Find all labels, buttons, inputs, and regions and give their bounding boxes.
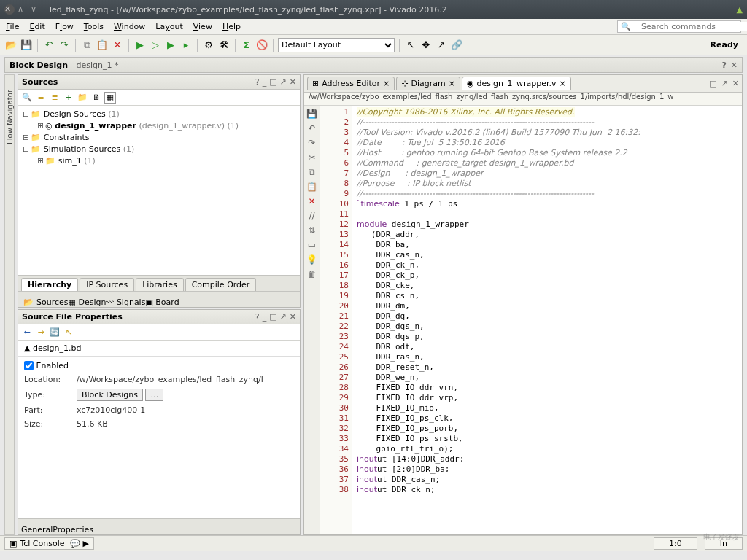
search-icon[interactable]: 🔍 xyxy=(21,92,33,104)
sources-panel-header: Sources ? _ □ ↗ ✕ xyxy=(18,75,300,90)
restore-icon[interactable]: ↗ xyxy=(721,79,728,88)
folder-icon[interactable]: 📁 xyxy=(77,92,88,104)
menu-window[interactable]: Window xyxy=(114,22,145,31)
close-icon[interactable]: ✕ xyxy=(290,77,296,87)
delete-icon[interactable]: ✕ xyxy=(111,39,124,52)
type-button[interactable]: Block Designs xyxy=(77,389,143,401)
menu-flow[interactable]: Flow xyxy=(55,22,74,31)
menu-help[interactable]: Help xyxy=(222,22,241,31)
paste-icon[interactable]: 📋 xyxy=(96,39,109,52)
tab-ip-sources[interactable]: IP Sources xyxy=(80,278,134,291)
redo-icon[interactable]: ↷ xyxy=(308,138,315,148)
sigma-icon[interactable]: Σ xyxy=(240,39,253,52)
enabled-checkbox[interactable] xyxy=(24,361,34,370)
help-icon[interactable]: ? xyxy=(255,77,260,87)
delete-icon[interactable]: ✕ xyxy=(308,196,315,206)
redo-icon[interactable]: ↷ xyxy=(58,39,71,52)
copy-icon[interactable]: ⧉ xyxy=(309,167,315,177)
line-numbers: 1234567891011121314151617181920212223242… xyxy=(320,106,352,534)
no-icon[interactable]: 🚫 xyxy=(255,39,268,52)
tab-hierarchy[interactable]: Hierarchy xyxy=(21,278,78,291)
tab-properties[interactable]: Properties xyxy=(53,525,93,534)
cut-icon[interactable]: ✂ xyxy=(308,152,315,163)
undo-icon[interactable]: ↶ xyxy=(308,123,315,133)
restore-icon[interactable]: ↗ xyxy=(280,312,287,322)
refresh-icon[interactable]: 🔄 xyxy=(49,327,61,338)
tools-icon[interactable]: 🛠 xyxy=(217,39,231,52)
run-impl-icon[interactable]: ▷ xyxy=(149,39,162,52)
tab-address-editor[interactable]: ⊞Address Editor× xyxy=(307,77,395,90)
forward-icon[interactable]: → xyxy=(35,327,47,338)
menu-layout[interactable]: Layout xyxy=(155,22,182,31)
save-icon[interactable]: 💾 xyxy=(306,109,317,119)
type-more-button[interactable]: … xyxy=(145,389,163,401)
restore-icon[interactable]: ↗ xyxy=(280,77,287,87)
bookmark-icon[interactable]: ▭ xyxy=(308,240,316,250)
search-commands-box[interactable]: 🔍 xyxy=(617,20,741,33)
tab-compile-order[interactable]: Compile Order xyxy=(185,278,257,291)
search-icon: 🔍 xyxy=(621,22,631,31)
play-icon[interactable]: ▶ xyxy=(164,39,177,52)
flow-navigator-collapsed[interactable]: Flow Navigator xyxy=(4,74,15,535)
close-icon[interactable]: × xyxy=(449,79,455,88)
settings-icon[interactable]: ⚙ xyxy=(202,39,215,52)
divider-icon: // xyxy=(309,211,314,221)
paste-icon[interactable]: 📋 xyxy=(306,182,317,192)
close-icon[interactable]: ✕ xyxy=(731,61,738,70)
minimize-icon[interactable]: _ xyxy=(263,77,267,87)
step-icon[interactable]: ▸ xyxy=(179,39,193,52)
trash-icon[interactable]: 🗑 xyxy=(308,269,317,279)
collapse-icon[interactable]: ≣ xyxy=(49,92,61,104)
sources-tree[interactable]: ⊟📁 Design Sources (1) ⊞◎ design_1_wrappe… xyxy=(18,106,300,275)
close-icon[interactable]: × xyxy=(383,79,390,88)
maximize-icon[interactable]: □ xyxy=(269,77,276,87)
copy-icon[interactable]: ⧉ xyxy=(80,39,93,52)
run-synth-icon[interactable]: ▶ xyxy=(133,39,147,52)
close-icon[interactable]: ✕ xyxy=(290,312,296,322)
tab-wrapper-file[interactable]: ◉design_1_wrapper.v× xyxy=(462,77,571,90)
pan-icon[interactable]: ✥ xyxy=(419,39,433,52)
link-icon[interactable]: 🔗 xyxy=(450,39,463,52)
select-icon[interactable]: ↗ xyxy=(435,39,448,52)
save-icon[interactable]: 💾 xyxy=(20,39,33,52)
bulb-icon[interactable]: 💡 xyxy=(306,254,317,265)
minimize-icon[interactable]: □ xyxy=(709,79,716,88)
code-editor[interactable]: 💾 ↶ ↷ ✂ ⧉ 📋 ✕ // ⇅ ▭ 💡 🗑 123456789101112… xyxy=(304,106,742,534)
find-icon[interactable]: ⇅ xyxy=(308,225,315,236)
props-panel-header: Source File Properties ? _ □ ↗ ✕ xyxy=(18,310,300,324)
tab-board[interactable]: ▣ Board xyxy=(145,298,179,307)
maximize-icon[interactable]: □ xyxy=(269,312,276,322)
close-icon[interactable]: ✕ xyxy=(732,79,739,88)
tab-signals[interactable]: 〰 Signals xyxy=(106,298,145,307)
code-area[interactable]: //Copyright 1986-2016 Xilinx, Inc. All R… xyxy=(352,106,742,534)
tab-sources[interactable]: 📂 Sources xyxy=(21,298,69,307)
layout-select[interactable]: Default Layout xyxy=(278,38,395,52)
back-icon[interactable]: ← xyxy=(21,327,33,338)
tab-design[interactable]: ▦ Design xyxy=(69,298,107,307)
pointer-icon[interactable]: ↖ xyxy=(63,327,74,338)
search-input[interactable] xyxy=(641,22,747,31)
expand-icon[interactable]: ≡ xyxy=(35,92,47,104)
minimize-window-icon[interactable]: ∧ xyxy=(18,4,28,15)
add-source-icon[interactable]: + xyxy=(63,92,74,104)
menu-tools[interactable]: Tools xyxy=(84,22,104,31)
tcl-console-button[interactable]: ▣ Tcl Console 💬 ▶ xyxy=(4,537,94,550)
view-icon[interactable]: ▦ xyxy=(104,92,116,104)
cursor-icon[interactable]: ↖ xyxy=(404,39,417,52)
help-icon[interactable]: ? xyxy=(255,312,260,322)
tab-diagram[interactable]: ⊹Diagram× xyxy=(396,77,460,90)
open-icon[interactable]: 📂 xyxy=(4,39,18,52)
undo-icon[interactable]: ↶ xyxy=(42,39,55,52)
help-icon[interactable]: ? xyxy=(721,61,726,70)
refresh-icon[interactable]: 🗎 xyxy=(90,92,102,104)
maximize-window-icon[interactable]: ∨ xyxy=(31,4,41,15)
minimize-icon[interactable]: _ xyxy=(263,312,267,322)
tab-general[interactable]: General xyxy=(21,525,53,534)
menu-file[interactable]: File xyxy=(6,22,19,31)
menu-view[interactable]: View xyxy=(193,22,212,31)
menu-edit[interactable]: Edit xyxy=(29,22,44,31)
close-icon[interactable]: × xyxy=(560,79,566,88)
close-window-icon[interactable]: ✕ xyxy=(4,4,15,15)
tab-libraries[interactable]: Libraries xyxy=(136,278,184,291)
file-icon: ◉ xyxy=(467,79,474,88)
